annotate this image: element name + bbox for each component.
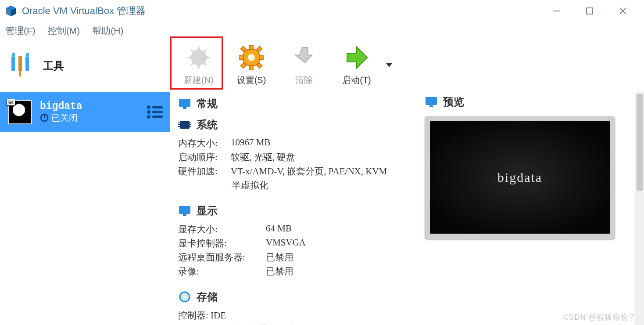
monitor-icon	[178, 98, 191, 109]
boot-value: 软驱, 光驱, 硬盘	[231, 151, 295, 163]
toolbar: 新建(N) 设置(S)	[170, 40, 644, 92]
preview-vm-name: bigdata	[497, 170, 542, 185]
svg-point-8	[147, 105, 150, 109]
details-wrap: 常规 系统 内存大小: 10967 MB 启动顺序: 软驱, 光驱, 硬盘	[170, 92, 644, 325]
boot-label: 启动顺序:	[178, 151, 231, 163]
menubar: 管理(F) 控制(M) 帮助(H)	[0, 22, 644, 40]
new-label: 新建(N)	[184, 74, 214, 86]
svg-rect-7	[44, 114, 45, 118]
tools-label: 工具	[43, 59, 64, 73]
vm-state: 已关闭	[40, 112, 146, 124]
accel-value2: 半虚拟化	[232, 179, 268, 191]
disk-icon	[178, 291, 191, 303]
svg-rect-44	[183, 214, 186, 216]
section-general-title: 常规	[197, 97, 218, 111]
section-storage[interactable]: 存储	[175, 287, 417, 308]
close-button[interactable]	[615, 3, 631, 19]
scrollbar[interactable]	[635, 92, 644, 325]
display-controller-row: 显卡控制器: VMSVGA	[175, 236, 417, 250]
svg-rect-28	[259, 56, 264, 59]
svg-point-46	[183, 296, 186, 298]
svg-point-10	[147, 110, 150, 114]
storage-ide-row: 第二IDE控制器主通道: [光驱] VBoxGuestAdditions.iso…	[175, 322, 417, 325]
minimize-button[interactable]	[548, 3, 564, 19]
start-dropdown-icon[interactable]	[385, 61, 393, 70]
svg-rect-34	[179, 99, 190, 107]
settings-label: 设置(S)	[237, 74, 266, 86]
svg-rect-9	[152, 106, 163, 108]
section-display[interactable]: 显示	[175, 201, 417, 222]
titlebar: Oracle VM VirtualBox 管理器	[0, 0, 644, 22]
left-column: 工具 64 bigdata 已关闭	[0, 40, 170, 325]
svg-rect-43	[179, 206, 190, 214]
tools-row[interactable]: 工具	[0, 40, 170, 92]
section-preview: 预览	[425, 95, 627, 116]
svg-rect-48	[429, 105, 433, 107]
details-panel: 常规 系统 内存大小: 10967 MB 启动顺序: 软驱, 光驱, 硬盘	[170, 92, 417, 325]
power-icon	[40, 113, 49, 122]
storage-ide: 第二IDE控制器主通道: [光驱] VBoxGuestAdditions.iso…	[188, 323, 417, 325]
preview-title: 预览	[443, 95, 464, 109]
virtualbox-app-icon	[4, 4, 18, 18]
system-memory-row: 内存大小: 10967 MB	[175, 136, 417, 150]
hamburger-details-icon[interactable]	[146, 105, 164, 119]
svg-rect-35	[183, 107, 186, 109]
start-arrow-icon	[344, 45, 369, 70]
discard-button[interactable]: 清除	[284, 45, 324, 86]
svg-rect-27	[239, 56, 243, 59]
rdp-value: 已禁用	[266, 251, 293, 264]
menu-file[interactable]: 管理(F)	[5, 25, 36, 37]
svg-marker-15	[197, 45, 200, 51]
menu-help[interactable]: 帮助(H)	[92, 25, 123, 37]
display-rdp-row: 远程桌面服务器: 已禁用	[175, 250, 417, 264]
arch-badge: 64	[7, 99, 15, 106]
preview-screen: bigdata	[430, 121, 610, 234]
rdp-label: 远程桌面服务器:	[178, 251, 266, 264]
svg-rect-4	[19, 71, 21, 76]
sunburst-icon	[186, 45, 211, 70]
section-system[interactable]: 系统	[175, 115, 417, 136]
new-button[interactable]: 新建(N)	[179, 45, 218, 86]
watermark: CSDN @熊猫盼盼子	[563, 312, 636, 322]
window-title: Oracle VM VirtualBox 管理器	[22, 4, 548, 18]
svg-marker-16	[197, 65, 200, 70]
svg-rect-1	[587, 8, 593, 14]
accel-label: 硬件加速:	[178, 165, 231, 177]
svg-rect-11	[152, 111, 163, 113]
vram-value: 64 MB	[266, 223, 292, 235]
preview-box: bigdata	[425, 116, 615, 239]
svg-rect-25	[250, 45, 253, 50]
linux-os-icon: 64	[8, 100, 32, 124]
settings-button[interactable]: 设置(S)	[232, 45, 271, 86]
tools-icon	[9, 53, 35, 79]
svg-rect-0	[553, 11, 560, 11]
system-boot-row: 启动顺序: 软驱, 光驱, 硬盘	[175, 150, 417, 164]
display-icon	[178, 205, 191, 217]
preview-monitor-icon	[425, 96, 438, 108]
svg-marker-17	[186, 56, 192, 59]
preview-pane: 预览 bigdata	[417, 92, 635, 325]
display-vram-row: 显存大小: 64 MB	[175, 222, 417, 236]
start-button[interactable]: 启动(T)	[337, 45, 376, 86]
svg-marker-18	[206, 56, 211, 59]
maximize-button[interactable]	[582, 3, 597, 19]
accel-value: VT-x/AMD-V, 嵌套分页, PAE/NX, KVM	[231, 165, 387, 177]
section-general[interactable]: 常规	[175, 94, 417, 115]
memory-value: 10967 MB	[231, 137, 270, 149]
svg-marker-33	[386, 63, 392, 67]
menu-control[interactable]: 控制(M)	[48, 25, 80, 37]
svg-rect-47	[426, 97, 437, 105]
svg-rect-3	[18, 56, 22, 71]
scrollbar-thumb[interactable]	[637, 94, 643, 191]
section-system-title: 系统	[197, 118, 218, 132]
vm-texts: bigdata 已关闭	[40, 101, 146, 124]
discard-label: 清除	[295, 74, 313, 86]
vm-item-bigdata[interactable]: 64 bigdata 已关闭	[0, 92, 170, 132]
window-controls	[548, 3, 640, 19]
section-display-title: 显示	[197, 204, 218, 218]
discard-arrow-icon	[292, 45, 316, 70]
svg-rect-2	[11, 56, 15, 71]
section-storage-title: 存储	[197, 290, 218, 304]
controller-label: 显卡控制器:	[178, 237, 266, 249]
right-column: 新建(N) 设置(S)	[170, 40, 644, 325]
